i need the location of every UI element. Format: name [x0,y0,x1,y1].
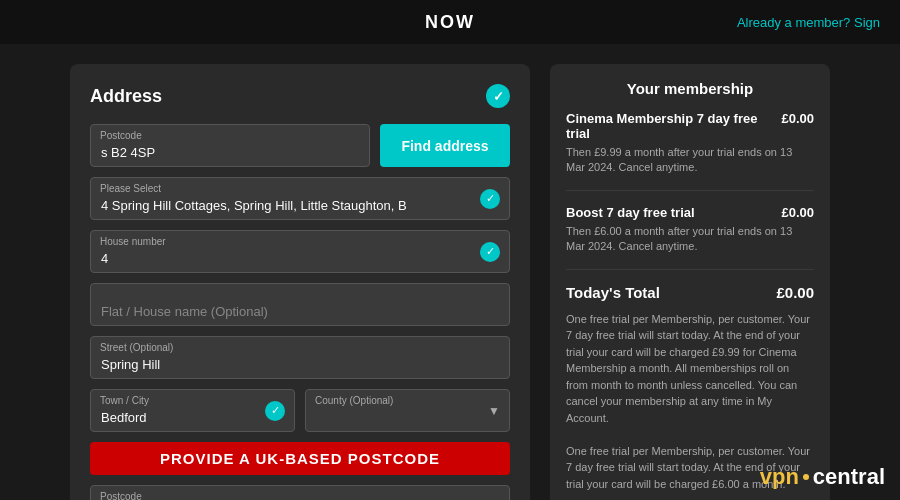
sign-in-link[interactable]: Sign [854,15,880,30]
membership-item-row-0: Cinema Membership 7 day free trial £0.00 [566,111,814,141]
town-label: Town / City [100,395,149,406]
town-county-row: Town / City ✓ County (Optional) ▼ [90,389,510,432]
total-price: £0.00 [776,284,814,301]
county-field: County (Optional) ▼ [305,389,510,432]
membership-item-name-1: Boost 7 day free trial [566,205,781,220]
postcode2-label: Postcode [100,491,142,500]
postcode2-input[interactable] [90,485,510,500]
header-check-icon: ✓ [486,84,510,108]
postcode-field-group: Postcode [90,124,370,167]
membership-title: Your membership [566,80,814,97]
logo: NOW [425,12,475,33]
card-title: Address [90,86,162,107]
address-select-field: Please Select 4 Spring Hill Cottages, Sp… [90,177,510,220]
membership-item-price-0: £0.00 [781,111,814,126]
total-label: Today's Total [566,284,660,301]
membership-item-desc-0: Then £9.99 a month after your trial ends… [566,145,814,176]
select-label: Please Select [100,183,161,194]
house-number-label: House number [100,236,166,247]
find-address-button[interactable]: Find address [380,124,510,167]
street-field: Street (Optional) [90,336,510,379]
flat-row [90,283,510,326]
vpn-watermark: vpn central [760,464,885,490]
total-row: Today's Total £0.00 [566,284,814,301]
membership-item-name-0: Cinema Membership 7 day free trial [566,111,781,141]
membership-item-1: Boost 7 day free trial £0.00 Then £6.00 … [566,205,814,270]
card-header: Address ✓ [90,84,510,108]
header: NOW Already a member? Sign [0,0,900,44]
membership-item-0: Cinema Membership 7 day free trial £0.00… [566,111,814,191]
membership-item-price-1: £0.00 [781,205,814,220]
central-text: central [813,464,885,490]
membership-item-row-1: Boost 7 day free trial £0.00 [566,205,814,220]
main-content: Address ✓ Postcode Find address Please S… [0,44,900,500]
vpn-dot-icon [803,474,809,480]
already-member-text: Already a member? [737,15,850,30]
town-field: Town / City ✓ [90,389,295,432]
postcode-row: Postcode Find address [90,124,510,167]
header-right: Already a member? Sign [737,15,880,30]
postcode-bottom-field: Postcode [90,485,510,500]
street-row: Street (Optional) [90,336,510,379]
house-check-icon: ✓ [480,242,500,262]
select-check-icon: ✓ [480,189,500,209]
error-banner: PROVIDE A UK-BASED POSTCODE [90,442,510,475]
postcode-label: Postcode [100,130,142,141]
flat-input[interactable] [90,283,510,326]
street-label: Street (Optional) [100,342,173,353]
membership-item-desc-1: Then £6.00 a month after your trial ends… [566,224,814,255]
house-number-row: House number ✓ [90,230,510,273]
membership-card: Your membership Cinema Membership 7 day … [550,64,830,500]
county-label: County (Optional) [315,395,393,406]
vpn-text: vpn [760,464,799,490]
town-check-icon: ✓ [265,401,285,421]
house-number-field: House number ✓ [90,230,510,273]
address-card: Address ✓ Postcode Find address Please S… [70,64,530,500]
